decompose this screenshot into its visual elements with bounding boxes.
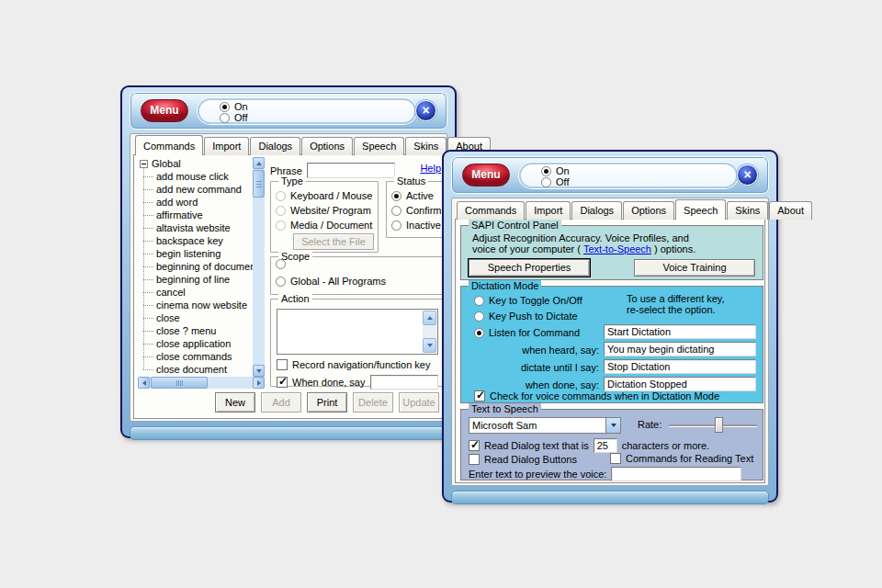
tab-commands[interactable]: Commands	[457, 201, 525, 220]
when-done-checkbox[interactable]	[277, 377, 288, 388]
tree-root-row[interactable]: Global	[138, 157, 253, 170]
scope-radio-2[interactable]	[276, 277, 286, 287]
close-icon[interactable]: ×	[737, 164, 758, 186]
on-radio[interactable]	[220, 102, 230, 112]
key-toggle-radio[interactable]	[474, 296, 484, 306]
when-done-option[interactable]: When done, say	[277, 375, 438, 390]
tree-item[interactable]: close	[138, 311, 253, 324]
record-checkbox[interactable]	[277, 359, 288, 370]
commands-reading-option[interactable]: Commands for Reading Text	[610, 453, 753, 464]
tree-item[interactable]: add new command	[138, 183, 253, 196]
commands-reading-checkbox[interactable]	[610, 453, 621, 464]
chevron-down-icon[interactable]	[605, 418, 620, 433]
read-dialog-text-option[interactable]: Read Dialog text that is characters or m…	[469, 438, 709, 453]
power-on-option[interactable]: On	[220, 101, 414, 112]
status-option[interactable]: Inactive	[391, 220, 441, 231]
type-option[interactable]: Website/ Program	[276, 205, 371, 216]
dictate-until-input[interactable]	[604, 359, 756, 374]
media-document-radio[interactable]	[276, 220, 286, 231]
off-radio[interactable]	[220, 113, 230, 123]
confirm-radio[interactable]	[391, 206, 401, 216]
scroll-right-icon[interactable]	[253, 377, 265, 389]
active-radio[interactable]	[391, 191, 401, 201]
speech-properties-button[interactable]: Speech Properties	[469, 259, 590, 277]
when-heard-input[interactable]	[604, 342, 756, 356]
collapse-icon[interactable]	[140, 160, 148, 168]
menu-button[interactable]: Menu	[141, 99, 188, 122]
power-off-option[interactable]: Off	[220, 112, 414, 123]
when-done-say-input[interactable]	[604, 377, 756, 391]
scroll-down-icon[interactable]	[253, 365, 265, 377]
scroll-up-icon[interactable]	[253, 157, 265, 169]
tab-import[interactable]: Import	[204, 137, 249, 155]
tree-item[interactable]: cinema now website	[138, 299, 253, 311]
tab-skins[interactable]: Skins	[727, 201, 768, 220]
tab-options[interactable]: Options	[623, 201, 674, 220]
help-link[interactable]: Help	[420, 163, 441, 174]
tree-item[interactable]: add mouse click	[138, 170, 253, 183]
read-dialog-buttons-option[interactable]: Read Dialog Buttons	[469, 454, 577, 465]
voice-select[interactable]: Microsoft Sam	[469, 417, 621, 434]
tree-item[interactable]: cancel	[138, 286, 253, 299]
dictation-option[interactable]: Listen for Command	[474, 327, 580, 338]
read-dialog-buttons-checkbox[interactable]	[469, 454, 480, 465]
tree-item[interactable]: close document	[138, 363, 253, 376]
tree-item[interactable]: close commands	[138, 350, 253, 363]
menu-button[interactable]: Menu	[462, 164, 510, 187]
read-dialog-text-checkbox[interactable]	[469, 440, 480, 451]
tree-item[interactable]: begin listening	[138, 247, 253, 260]
tree-item[interactable]: backspace key	[138, 234, 253, 247]
type-option[interactable]: Media / Document	[276, 220, 372, 231]
type-option[interactable]: Keyboard / Mouse	[276, 190, 372, 201]
rate-slider[interactable]	[669, 417, 757, 433]
tree-item[interactable]: close application	[138, 337, 253, 350]
tab-import[interactable]: Import	[526, 201, 571, 220]
tree-horizontal-scrollbar[interactable]	[138, 377, 265, 389]
tab-speech[interactable]: Speech	[675, 199, 726, 220]
tree-item[interactable]: close ? menu	[138, 324, 253, 337]
action-textarea[interactable]	[277, 309, 438, 355]
tab-dialogs[interactable]: Dialogs	[571, 201, 622, 220]
listen-command-radio[interactable]	[474, 328, 484, 338]
voice-training-button[interactable]: Voice Training	[634, 259, 755, 277]
scroll-left-icon[interactable]	[138, 377, 150, 389]
tree-item[interactable]: affirmative	[138, 209, 253, 221]
scrollbar-thumb[interactable]	[253, 170, 265, 198]
off-radio[interactable]	[541, 177, 551, 187]
text-to-speech-link[interactable]: Text-to-Speech	[583, 243, 651, 254]
add-button[interactable]: Add	[261, 392, 301, 413]
scope-option-blank[interactable]	[276, 259, 286, 269]
phrase-input[interactable]	[307, 163, 395, 178]
website-program-radio[interactable]	[276, 206, 286, 216]
tree-item[interactable]: beginning of line	[138, 273, 253, 286]
on-radio[interactable]	[541, 166, 551, 176]
tab-speech[interactable]: Speech	[354, 137, 404, 155]
slider-thumb[interactable]	[715, 417, 723, 433]
check-voice-commands-checkbox[interactable]	[474, 390, 485, 401]
check-voice-commands-option[interactable]: Check for voice commands when in Dictati…	[474, 390, 719, 401]
scope-radio-1[interactable]	[276, 259, 286, 269]
action-scrollbar[interactable]	[423, 311, 436, 353]
preview-input[interactable]	[611, 467, 741, 481]
titlebar[interactable]: Menu On Off ×	[130, 92, 447, 130]
power-off-option[interactable]: Off	[541, 176, 736, 187]
print-button[interactable]: Print	[307, 392, 347, 413]
select-file-button[interactable]: Select the File	[293, 233, 374, 250]
titlebar[interactable]: Menu On Off ×	[451, 156, 769, 194]
start-dictation-input[interactable]	[604, 324, 756, 339]
when-done-input[interactable]	[370, 375, 438, 390]
tab-dialogs[interactable]: Dialogs	[250, 137, 300, 155]
status-option[interactable]: Active	[391, 190, 434, 201]
tree-item[interactable]: altavista website	[138, 221, 253, 234]
tree-vertical-scrollbar[interactable]	[253, 157, 265, 377]
tree-item[interactable]: add word	[138, 196, 253, 209]
tab-options[interactable]: Options	[301, 137, 353, 155]
delete-button[interactable]: Delete	[353, 392, 393, 413]
tab-about[interactable]: About	[769, 201, 812, 220]
chars-input[interactable]	[594, 438, 617, 453]
new-button[interactable]: New	[215, 392, 255, 413]
scope-option-global[interactable]: Global - All Programs	[276, 276, 386, 287]
tree-item[interactable]: beginning of document	[138, 260, 253, 273]
status-option[interactable]: Confirm	[391, 205, 442, 216]
dictation-option[interactable]: Key to Toggle On/Off	[474, 295, 582, 306]
